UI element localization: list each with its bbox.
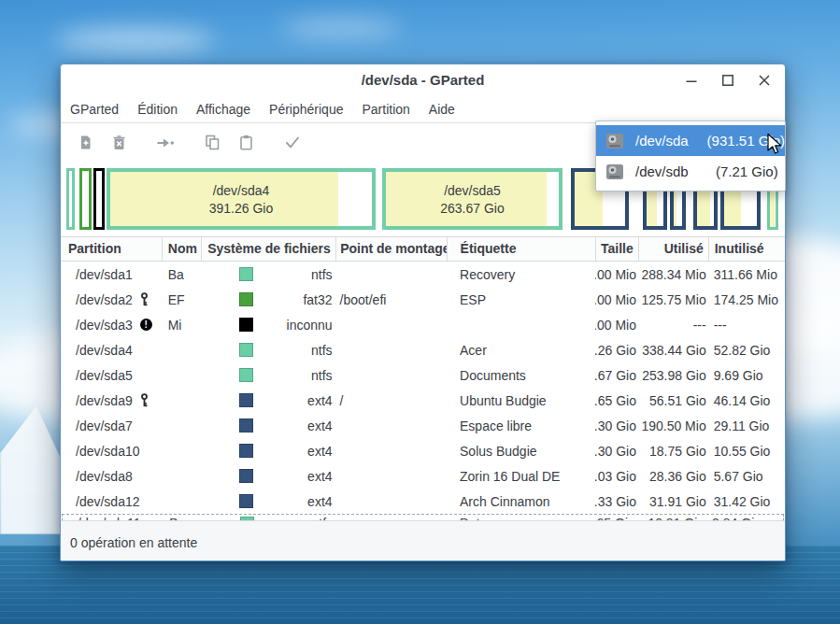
used: 18.75 Gio [638, 444, 708, 459]
paste-icon [238, 135, 254, 153]
unused: 5.67 Gio [708, 469, 785, 484]
drive-icon [605, 163, 624, 181]
filesystem-color-swatch [239, 368, 253, 382]
table-row[interactable]: /dev/sda12ext4Arch Cinnamon63.33 Gio31.9… [61, 489, 785, 514]
partition-segment[interactable] [93, 168, 105, 230]
paste-button[interactable] [229, 129, 263, 159]
partition-segment[interactable]: /dev/sda4391.26 Gio [107, 168, 376, 230]
filesystem-color-swatch [240, 517, 254, 521]
menu-item-aide[interactable]: Aide [420, 96, 464, 122]
column-header[interactable]: Taille [595, 237, 638, 261]
used: 31.91 Gio [638, 494, 708, 509]
apply-button[interactable] [276, 129, 309, 159]
table-row[interactable]: /dev/sda9ext4/Ubuntu Budgie102.65 Gio56.… [61, 388, 785, 413]
device-name: /dev/sdb [635, 163, 716, 179]
partial-table-row[interactable]: /dev/sda11BantfsData14.65 Gio10.81 Gio3.… [62, 514, 784, 520]
filesystem: ext4 [202, 494, 336, 509]
table-row[interactable]: /dev/sda5ntfsDocuments263.67 Gio253.98 G… [61, 362, 785, 388]
used: 253.98 Gio [638, 368, 708, 383]
column-header[interactable]: Étiquette [447, 237, 595, 261]
partition-segment[interactable]: /dev/sda5263.67 Gio [382, 168, 562, 230]
column-header[interactable]: Partition [61, 237, 162, 261]
partition-label-name: Ba [164, 516, 203, 520]
mouse-cursor [767, 134, 784, 162]
table-row[interactable]: /dev/sda4ntfsAcer391.26 Gio338.44 Gio52.… [61, 337, 785, 362]
label: Zorin 16 Dual DE [447, 469, 595, 484]
partition-name: /dev/sda7 [61, 418, 163, 433]
device-option[interactable]: /dev/sda(931.51 Gio) [596, 125, 785, 156]
menu-item-edition[interactable]: Édition [128, 96, 187, 122]
partition-segment[interactable] [66, 168, 75, 230]
menu-item-affichage[interactable]: Affichage [187, 96, 260, 122]
filesystem: ext4 [202, 418, 336, 433]
filesystem: inconnu [202, 318, 336, 333]
menu-item-gparted[interactable]: GParted [61, 96, 128, 122]
filesystem-color-swatch [239, 469, 253, 483]
pending-operations-text: 0 opération en attente [61, 535, 197, 550]
column-header[interactable]: Inutilisé [708, 237, 785, 261]
close-button[interactable] [757, 73, 772, 88]
column-header[interactable]: Système de fichiers [201, 237, 335, 261]
table-row[interactable]: /dev/sda11BantfsData14.65 Gio10.81 Gio3.… [63, 515, 783, 520]
unused: 174.25 Mio [708, 292, 785, 307]
filesystem-color-swatch [239, 343, 253, 357]
size: 102.65 Gio [595, 393, 638, 408]
partition-name: /dev/sda5 [61, 368, 163, 383]
device-option[interactable]: /dev/sdb(7.21 Gio) [596, 156, 785, 187]
partition-label-name: Mi [163, 318, 202, 333]
filesystem-color-swatch [239, 393, 253, 407]
mount-point: / [336, 393, 447, 408]
delete-partition-button[interactable] [102, 129, 135, 159]
titlebar[interactable]: /dev/sda - GParted [61, 64, 785, 95]
label: Espace libre [447, 418, 595, 433]
filesystem: ntfs [202, 343, 336, 358]
unused: 10.55 Gio [708, 444, 785, 459]
resize-move-button[interactable] [149, 129, 182, 159]
key-icon [140, 292, 149, 306]
menu-item-peripherique[interactable]: Périphérique [260, 96, 352, 122]
used: 338.44 Gio [638, 343, 708, 358]
unused: 3.84 Gio [706, 516, 783, 520]
table-row[interactable]: /dev/sda7ext4Espace libre29.30 Gio190.50… [61, 413, 785, 438]
column-header[interactable]: Nom [162, 237, 201, 261]
used: 10.81 Gio [637, 516, 706, 520]
unused: 46.14 Gio [708, 393, 785, 408]
size: 391.26 Gio [595, 343, 638, 358]
table-body: /dev/sda1BantfsRecovery600.00 Mio288.34 … [61, 262, 785, 520]
used: 125.75 Mio [638, 292, 708, 307]
table-row[interactable]: /dev/sda2EFfat32/boot/efiESP300.00 Mio12… [61, 287, 785, 312]
filesystem-color-swatch [239, 267, 253, 281]
size: 29.30 Gio [595, 444, 638, 459]
copy-button[interactable] [195, 129, 229, 159]
table-row[interactable]: /dev/sda8ext4Zorin 16 Dual DE34.03 Gio28… [61, 463, 785, 489]
partition-name: /dev/sda11 [63, 516, 164, 520]
new-partition-icon [78, 135, 93, 153]
new-partition-button[interactable] [68, 129, 102, 159]
label: Acer [447, 343, 595, 358]
size: 63.33 Gio [595, 494, 638, 509]
filesystem: ntfs [202, 368, 336, 383]
filesystem: ntfs [203, 516, 336, 520]
table-row[interactable]: /dev/sda10ext4Solus Budgie29.30 Gio18.75… [61, 438, 785, 463]
minimize-button[interactable] [684, 73, 699, 88]
size: 14.65 Gio [594, 516, 636, 520]
desktop: /dev/sda - GParted GPartedÉditionAfficha… [0, 0, 840, 624]
mount-point: /boot/efi [336, 292, 447, 307]
filesystem-color-swatch [239, 444, 253, 458]
used: 56.51 Gio [638, 393, 708, 408]
menu-bar: GPartedÉditionAffichagePériphériqueParti… [61, 95, 785, 123]
filesystem-color-swatch [239, 494, 253, 508]
column-header[interactable]: Point de montage [335, 237, 446, 261]
partition-segment[interactable] [79, 168, 92, 230]
column-header[interactable]: Utilisé [638, 237, 708, 261]
cloud [56, 28, 215, 52]
size: 300.00 Mio [595, 292, 638, 307]
filesystem: fat32 [202, 292, 336, 307]
device-size: (7.21 Gio) [716, 163, 778, 179]
menu-item-partition[interactable]: Partition [352, 96, 419, 122]
partition-name: /dev/sda3! [61, 318, 163, 333]
maximize-button[interactable] [720, 73, 735, 88]
table-row[interactable]: /dev/sda3!Miinconnu128.00 Mio------ [61, 312, 785, 337]
filesystem-color-swatch [239, 418, 253, 433]
table-row[interactable]: /dev/sda1BantfsRecovery600.00 Mio288.34 … [61, 262, 785, 287]
